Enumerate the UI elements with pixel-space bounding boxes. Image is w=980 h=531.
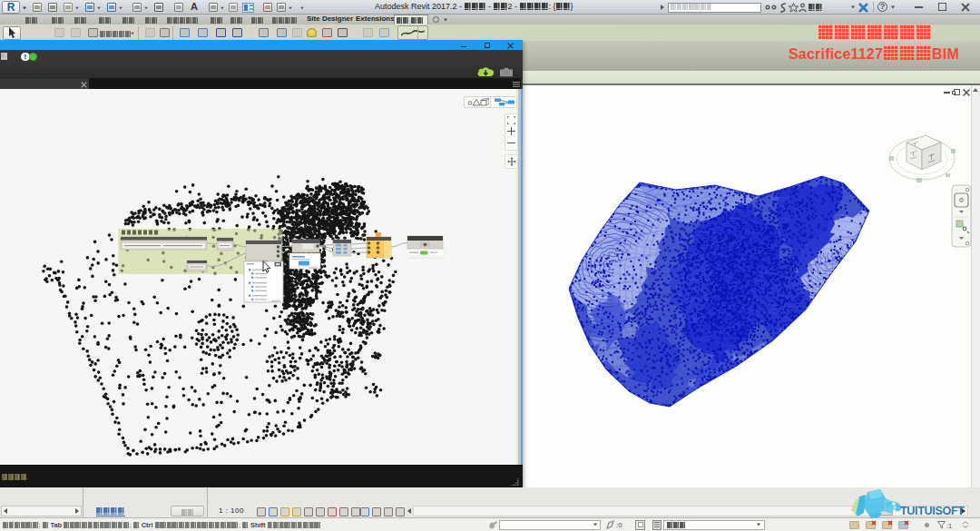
- svg-text:TUITUISOFT: TUITUISOFT: [900, 505, 965, 517]
